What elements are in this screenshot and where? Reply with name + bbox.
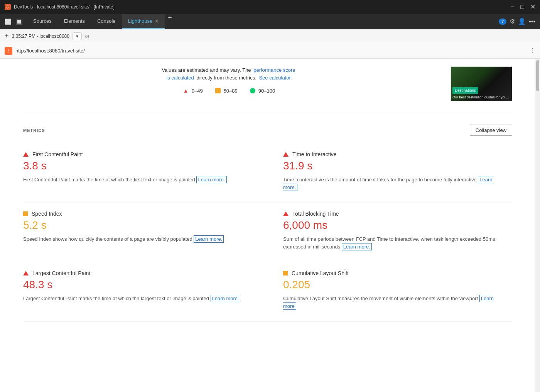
tbt-learn-more-link[interactable]: Learn more. [342, 243, 372, 250]
legend-red: ▲ 0–49 [183, 88, 203, 94]
scrollbar-thumb[interactable] [536, 60, 539, 91]
window-controls[interactable]: − □ ✕ [511, 4, 535, 10]
cls-status-icon [283, 271, 288, 275]
cls-value: 0.205 [283, 279, 505, 291]
screenshot-thumbnail: Destinations Our best destination guides… [451, 66, 512, 101]
lcp-status-icon [23, 271, 29, 275]
more-options-icon[interactable]: ••• [529, 18, 535, 25]
settings-icon[interactable]: ⚙ [510, 18, 515, 25]
lcp-name: Largest Contentful Paint [32, 270, 90, 276]
metric-tti-header: Time to Interactive [283, 151, 505, 157]
orange-square-icon [215, 88, 221, 93]
si-description: Speed Index shows how quickly the conten… [23, 235, 245, 243]
metric-tbt: Total Blocking Time 6,000 ms Sum of all … [268, 203, 512, 262]
tab-lighthouse[interactable]: Lighthouse ✕ [122, 14, 165, 29]
new-tab-button[interactable]: + [165, 14, 175, 29]
fcp-value: 3.8 s [23, 160, 245, 172]
fcp-description: First Contentful Paint marks the time at… [23, 176, 245, 184]
timestamp-url: 3:05:27 PM - localhost:8080 [12, 34, 69, 39]
main-content: Values are estimated and may vary. The p… [0, 59, 540, 392]
metrics-grid: First Contentful Paint 3.8 s First Conte… [23, 144, 512, 322]
green-circle-icon [250, 88, 255, 93]
red-triangle-icon: ▲ [183, 88, 189, 94]
content-area: Values are estimated and may vary. The p… [0, 59, 535, 392]
score-section: Values are estimated and may vary. The p… [23, 59, 512, 113]
cls-name: Cumulative Layout Shift [292, 270, 349, 276]
tab-bar-left-icons: ⬜ 🔲 [0, 14, 27, 29]
close-button[interactable]: ✕ [530, 4, 535, 10]
account-icon[interactable]: 👤 [518, 18, 526, 25]
add-panel-button[interactable]: + [5, 32, 9, 40]
si-learn-more-link[interactable]: Learn more. [194, 235, 224, 243]
site-thumbnail: Destinations Our best destination guides… [451, 66, 512, 101]
metric-cls: Cumulative Layout Shift 0.205 Cumulative… [268, 262, 512, 322]
inspect-icon[interactable]: 🔲 [14, 17, 24, 26]
site-favicon: ! [5, 47, 12, 55]
see-calculator-link[interactable]: See calculator. [258, 74, 293, 81]
title-bar: 🛡 DevTools - localhost:8080/travel-site/… [0, 0, 540, 14]
si-name: Speed Index [32, 211, 62, 217]
tti-name: Time to Interactive [292, 151, 337, 157]
legend-orange: 50–89 [215, 88, 238, 94]
metric-fcp-header: First Contentful Paint [23, 151, 245, 157]
lcp-description: Largest Contentful Paint marks the time … [23, 295, 245, 302]
address-bar: ! http://localhost:8080/travel-site/ ⋮ [0, 43, 540, 59]
address-menu-icon[interactable]: ⋮ [529, 47, 535, 54]
notification-badge: 7 [499, 19, 506, 25]
collapse-view-button[interactable]: Collapse view [470, 125, 512, 136]
minimize-button[interactable]: − [511, 4, 514, 10]
metric-lcp-header: Largest Contentful Paint [23, 270, 245, 276]
window-title: DevTools - localhost:8080/travel-site/ -… [14, 4, 115, 10]
url-dropdown[interactable]: ▾ [73, 32, 82, 40]
legend-green: 90–100 [250, 88, 275, 94]
device-emulation-icon[interactable]: ⬜ [3, 17, 13, 26]
lcp-value: 48.3 s [23, 279, 245, 291]
score-description: Values are estimated and may vary. The p… [23, 66, 435, 81]
desc-text-2: directly from these metrics. [196, 75, 258, 81]
devtools-bar: + 3:05:27 PM - localhost:8080 ▾ ⊘ [0, 29, 540, 43]
metric-tbt-header: Total Blocking Time [283, 211, 505, 217]
si-value: 5.2 s [23, 219, 245, 231]
tab-sources[interactable]: Sources [27, 14, 58, 29]
tti-value: 31.9 s [283, 160, 505, 172]
metric-si-header: Speed Index [23, 211, 245, 217]
metric-fcp: First Contentful Paint 3.8 s First Conte… [23, 144, 268, 203]
metric-cls-header: Cumulative Layout Shift [283, 270, 505, 276]
tab-close-icon[interactable]: ✕ [155, 19, 159, 24]
tbt-name: Total Blocking Time [292, 211, 339, 217]
performance-score-link[interactable]: performance score [252, 67, 296, 73]
tab-bar-right: 7 ⚙ 👤 ••• [494, 14, 540, 29]
stop-icon[interactable]: ⊘ [85, 33, 89, 39]
tabs-container: Sources Elements Console Lighthouse ✕ + [27, 14, 494, 29]
score-legend-area: Values are estimated and may vary. The p… [23, 66, 435, 94]
si-status-icon [23, 211, 28, 216]
tab-console[interactable]: Console [91, 14, 122, 29]
metrics-header: METRICS Collapse view [23, 125, 512, 136]
orange-range: 50–89 [224, 88, 238, 94]
metric-tti: Time to Interactive 31.9 s Time to inter… [268, 144, 512, 203]
green-range: 90–100 [258, 88, 275, 94]
address-url: http://localhost:8080/travel-site/ [15, 48, 526, 54]
fcp-status-icon [23, 152, 29, 157]
score-legend: ▲ 0–49 50–89 90–100 [23, 88, 435, 94]
desc-text-1: Values are estimated and may vary. The [162, 67, 252, 73]
lcp-learn-more-link[interactable]: Learn more [211, 295, 239, 302]
is-calculated-link[interactable]: is calculated [165, 74, 195, 81]
metric-lcp: Largest Contentful Paint 48.3 s Largest … [23, 262, 268, 322]
tbt-status-icon [283, 211, 289, 216]
thumbnail-overlay: Destinations [452, 87, 478, 94]
scrollbar-track[interactable] [535, 59, 540, 392]
thumbnail-caption: Our best destination guides for you... [451, 95, 512, 101]
cls-description: Cumulative Layout Shift measures the mov… [283, 295, 505, 310]
metric-si: Speed Index 5.2 s Speed Index shows how … [23, 203, 268, 262]
tti-status-icon [283, 152, 289, 157]
restore-button[interactable]: □ [520, 4, 524, 10]
tab-bar: ⬜ 🔲 Sources Elements Console Lighthouse … [0, 14, 540, 29]
tab-elements[interactable]: Elements [58, 14, 91, 29]
title-bar-left: 🛡 DevTools - localhost:8080/travel-site/… [5, 4, 115, 10]
tti-description: Time to interactive is the amount of tim… [283, 176, 505, 191]
tbt-value: 6,000 ms [283, 219, 505, 231]
red-range: 0–49 [192, 88, 203, 94]
fcp-learn-more-link[interactable]: Learn more. [196, 176, 226, 183]
fcp-name: First Contentful Paint [32, 151, 83, 157]
